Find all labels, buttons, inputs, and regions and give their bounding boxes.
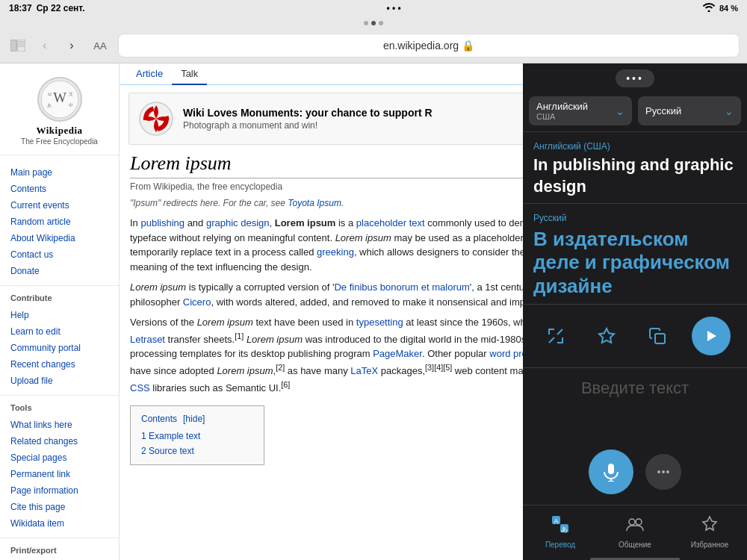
overlay-header: •••: [523, 63, 747, 93]
tab-article[interactable]: Article: [127, 63, 172, 85]
contents-item-1[interactable]: 1 Example text: [141, 429, 253, 444]
source-text: In publishing and graphic design: [533, 155, 737, 197]
tab-favorites-label: Избранное: [691, 541, 729, 549]
divider-2: [0, 395, 119, 396]
url-bar[interactable]: en.wikipedia.org 🔒: [118, 34, 740, 57]
tab-favorites[interactable]: Избранное: [672, 511, 747, 552]
back-button[interactable]: ‹: [34, 35, 55, 56]
tab-bar: [0, 16, 747, 28]
sidebar-item-about[interactable]: About Wikipedia: [0, 230, 119, 246]
sidebar-item-contents[interactable]: Contents: [0, 181, 119, 197]
more-options-button[interactable]: [645, 454, 681, 490]
sidebar-item-donate[interactable]: Donate: [0, 263, 119, 279]
translate-icon: A あ: [551, 514, 570, 538]
sidebar-item-upload[interactable]: Upload file: [0, 373, 119, 389]
sidebar-item-special[interactable]: Special pages: [0, 449, 119, 466]
svg-point-26: [629, 519, 635, 525]
svg-text:Ω: Ω: [48, 91, 52, 96]
tab-translate-label: Перевод: [545, 541, 575, 549]
source-lang-region: США: [536, 112, 588, 121]
svg-text:W: W: [53, 90, 66, 105]
tab-translate[interactable]: A あ Перевод: [523, 511, 598, 552]
sidebar-item-learn-edit[interactable]: Learn to edit: [0, 323, 119, 340]
overlay-dots-button[interactable]: •••: [616, 69, 654, 87]
typesetting-link[interactable]: typesetting: [356, 317, 403, 328]
contents-header: Contents [hide]: [141, 412, 253, 426]
cicero-link[interactable]: Cicero: [183, 296, 211, 308]
sidebar-item-main-page[interactable]: Main page: [0, 164, 119, 181]
svg-rect-1: [17, 40, 25, 52]
graphic-design-link[interactable]: graphic design: [206, 217, 270, 228]
status-time: 18:37: [9, 3, 32, 13]
letraset-link[interactable]: Letraset: [130, 334, 165, 345]
contents-item-2[interactable]: 2 Source text: [141, 444, 253, 458]
de-finibus-link[interactable]: De finibus bonorum et malorum: [334, 281, 469, 293]
input-action-row: [589, 449, 681, 494]
tab-talk[interactable]: Talk: [172, 63, 207, 85]
text-size-button[interactable]: AA: [88, 35, 112, 56]
forward-button[interactable]: ›: [61, 35, 82, 56]
status-bar-right: 84 %: [703, 3, 738, 13]
placeholder-text-link[interactable]: placeholder text: [356, 217, 425, 228]
greeking-link[interactable]: greeking: [317, 246, 354, 258]
expand-button[interactable]: [539, 320, 572, 352]
sidebar-item-contact[interactable]: Contact us: [0, 246, 119, 263]
target-lang-text: Русский: [645, 105, 681, 116]
sidebar-item-current-events[interactable]: Current events: [0, 197, 119, 214]
status-bar: 18:37 Ср 22 сент. • • • 84 %: [0, 0, 747, 16]
wiki-logo-area: W Ω 文 あ 中 Wikipedia The Free Encyclopedi…: [0, 71, 119, 155]
sidebar-item-wikidata[interactable]: Wikidata item: [0, 515, 119, 532]
svg-text:あ: あ: [561, 526, 568, 533]
sidebar-item-page-info[interactable]: Page information: [0, 482, 119, 499]
play-button[interactable]: [692, 317, 731, 355]
sidebar-item-links[interactable]: What links here: [0, 417, 119, 433]
svg-rect-14: [655, 334, 665, 343]
tab-dot-1: [364, 21, 368, 25]
tab-converse[interactable]: Общение: [598, 511, 672, 552]
sidebar-item-cite[interactable]: Cite this page: [0, 499, 119, 515]
converse-icon: [625, 514, 645, 538]
copy-button[interactable]: [641, 320, 674, 352]
wiki-title: Wikipedia: [36, 125, 82, 137]
svg-point-21: [666, 470, 669, 473]
input-placeholder: Введите текст: [581, 379, 689, 398]
translation-source: Английский (США) In publishing and graph…: [523, 131, 747, 203]
sidebar-main-nav: Main page Contents Current events Random…: [0, 161, 119, 282]
svg-rect-16: [608, 464, 614, 474]
contents-hide[interactable]: [hide]: [183, 412, 205, 426]
sidebar-contribute-nav: Help Learn to edit Community portal Rece…: [0, 304, 119, 392]
svg-point-20: [662, 470, 665, 473]
wiki-subtitle: The Free Encyclopedia: [21, 137, 98, 146]
source-label: Английский (США): [533, 141, 737, 152]
publishing-link[interactable]: publishing: [140, 217, 185, 228]
translate-overlay: ••• Английский США ⌄ Русский ⌄ Английски…: [523, 63, 747, 560]
svg-marker-28: [703, 517, 716, 530]
status-bar-left: 18:37 Ср 22 сент.: [9, 3, 84, 13]
sidebar-item-related[interactable]: Related changes: [0, 433, 119, 449]
latex-link[interactable]: LaTeX: [350, 365, 378, 376]
target-lang-selector[interactable]: Русский ⌄: [638, 96, 741, 125]
sidebar-item-recent[interactable]: Recent changes: [0, 356, 119, 373]
microphone-button[interactable]: [589, 449, 633, 494]
sidebar-item-permanent[interactable]: Permanent link: [0, 466, 119, 482]
redirect-link[interactable]: Toyota Ipsum: [288, 198, 341, 208]
sidebar-toggle-button[interactable]: [7, 35, 28, 56]
sidebar-item-help[interactable]: Help: [0, 307, 119, 323]
source-lang-selector[interactable]: Английский США ⌄: [529, 96, 632, 125]
pagemaker-link[interactable]: PageMaker: [373, 348, 422, 359]
divider-1: [0, 285, 119, 286]
main-layout: W Ω 文 あ 中 Wikipedia The Free Encyclopedi…: [0, 63, 747, 560]
translation-result: Русский В издательском деле и графическо…: [523, 203, 747, 304]
sidebar-item-random[interactable]: Random article: [0, 214, 119, 230]
svg-text:あ: あ: [47, 102, 52, 108]
svg-text:A: A: [554, 517, 558, 525]
status-bar-dots: • • •: [387, 3, 401, 13]
favorite-button[interactable]: [590, 320, 623, 352]
sidebar-item-community[interactable]: Community portal: [0, 340, 119, 356]
source-lang-text: Английский США: [536, 101, 588, 121]
target-lang-chevron: ⌄: [725, 105, 734, 117]
browser-chrome: ‹ › AA en.wikipedia.org 🔒: [0, 16, 747, 63]
css-link[interactable]: CSS: [130, 382, 150, 393]
lang-selectors: Английский США ⌄ Русский ⌄: [523, 93, 747, 131]
svg-text:文: 文: [68, 91, 72, 96]
